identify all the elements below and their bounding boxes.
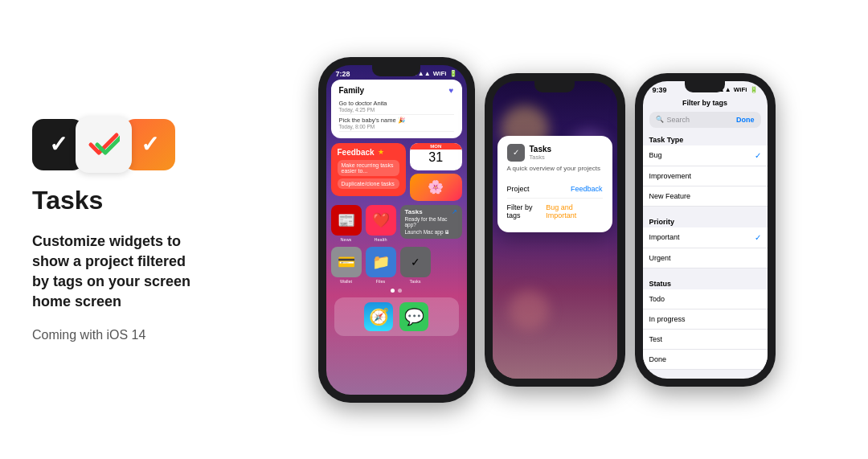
cal-day: 31 — [410, 150, 462, 165]
bug-label: Bug — [649, 151, 662, 159]
phone-3-time: 9:39 — [653, 86, 667, 94]
dot-2 — [398, 289, 402, 293]
new-feature-label: New Feature — [649, 192, 691, 200]
phone-3-screen: 9:39 ▲▲ WiFi 🔋 Filter by tags 🔍 Search D… — [643, 81, 768, 379]
tasks-sw-arrow-icon: ↗ — [452, 208, 457, 215]
family-widget: Family ♥ Go to doctor Anita Today, 4:25 … — [331, 80, 462, 138]
filter-value: Bug and Important — [546, 203, 602, 219]
news-label: News — [341, 237, 352, 242]
done-label: Done — [649, 355, 667, 363]
app-icons-row: ✓ ✓ — [32, 117, 175, 173]
done-button[interactable]: Done — [736, 116, 755, 124]
project-value: Feedback — [571, 185, 603, 193]
test-label: Test — [649, 335, 663, 343]
feedback-widget-header: Feedback ★ — [338, 148, 399, 157]
popup-filter-row: Filter by tags Bug and Important — [507, 199, 603, 224]
wifi-icon: WiFi — [433, 70, 447, 77]
popup-card-header: ✓ Tasks Tasks — [507, 144, 603, 162]
list-item-new-feature[interactable]: New Feature — [643, 186, 768, 207]
tasks-sw-header: Tasks ↗ — [405, 208, 457, 215]
phone-1-time: 7:28 — [336, 70, 350, 78]
filter-label: Filter by tags — [507, 203, 547, 219]
phone-1-screen: 7:28 ▲▲▲ WiFi 🔋 Family ♥ Go to doctor An… — [326, 65, 467, 395]
family-task-2: Pick the baby's name 🎉 Today, 8:00 PM — [339, 115, 454, 132]
health-label: Health — [375, 237, 387, 242]
coming-soon-text: Coming with iOS 14 — [32, 328, 145, 342]
bug-checkmark-icon: ✓ — [755, 151, 761, 160]
phone-1-frame: 7:28 ▲▲▲ WiFi 🔋 Family ♥ Go to doctor An… — [318, 57, 475, 403]
phone-3-frame: 9:39 ▲▲ WiFi 🔋 Filter by tags 🔍 Search D… — [635, 73, 776, 387]
important-label: Important — [649, 233, 680, 241]
popup-project-row: Project Feedback — [507, 180, 603, 199]
p3-wifi-icon: WiFi — [734, 86, 747, 93]
search-bar[interactable]: 🔍 Search Done — [649, 112, 761, 128]
app-description: Customize widgets to show a project filt… — [32, 232, 201, 313]
tasks-bottom-icon: ✓ — [400, 247, 431, 277]
tasks-popup-card: ✓ Tasks Tasks A quick overview of your p… — [497, 136, 612, 232]
inprogress-label: In progress — [649, 315, 686, 323]
files-icon: 📁 — [366, 247, 396, 277]
dock-messages-icon: 💬 — [399, 302, 428, 331]
photos-widget: 🌸 — [410, 174, 462, 201]
page-dots — [331, 289, 462, 293]
project-label: Project — [507, 185, 530, 193]
feedback-item-1: Make recurring tasks easier to... — [338, 160, 399, 176]
popup-card-subtitle: Tasks — [530, 154, 552, 161]
tasks-small-widget: Tasks ↗ Ready for the Mac app? Launch Ma… — [400, 205, 462, 239]
dock-safari-icon: 🧭 — [364, 302, 393, 331]
urgent-label: Urgent — [649, 254, 671, 262]
bottom-icons-row: 💳 Wallet 📁 Files ✓ Tasks — [331, 247, 462, 284]
phone-2-notch — [534, 81, 575, 92]
todo-label: Todo — [649, 295, 665, 303]
dot-1 — [391, 289, 395, 293]
files-label: Files — [376, 279, 386, 284]
tasks-sw-item-1: Ready for the Mac app? — [405, 215, 457, 228]
important-checkmark-icon: ✓ — [755, 233, 761, 242]
section-spacer-1 — [643, 207, 768, 213]
phone-1-notch — [372, 65, 420, 76]
app-title: Tasks — [32, 186, 103, 215]
list-item-urgent[interactable]: Urgent — [643, 248, 768, 268]
improvement-label: Improvement — [649, 172, 692, 180]
feedback-title: Feedback — [338, 148, 375, 157]
task-type-section-header: Task Type — [643, 131, 768, 145]
status-section-header: Status — [643, 275, 768, 289]
phone-3-notch — [685, 81, 725, 92]
filter-tags-title: Filter by tags — [643, 96, 768, 109]
p3-battery-icon: 🔋 — [750, 86, 758, 93]
list-item-todo[interactable]: Todo — [643, 289, 768, 309]
popup-card-title: Tasks — [530, 145, 552, 154]
health-icon: ❤️ — [366, 205, 396, 236]
wallet-icon: 💳 — [331, 247, 362, 277]
list-item-test[interactable]: Test — [643, 330, 768, 350]
app-icon-white — [76, 117, 132, 173]
phones-section: 7:28 ▲▲▲ WiFi 🔋 Family ♥ Go to doctor An… — [225, 0, 868, 459]
search-input[interactable]: Search — [667, 116, 734, 124]
list-item-important[interactable]: Important ✓ — [643, 227, 768, 248]
battery-icon: 🔋 — [449, 70, 457, 77]
family-task-1: Go to doctor Anita Today, 4:25 PM — [339, 98, 454, 115]
calendar-widget: MON 31 — [410, 143, 462, 170]
phone-2-frame: 9:39 ▲▲ WiFi 🔋 ✓ Tasks Tasks A quick ove… — [485, 73, 625, 387]
news-icon: 📰 — [331, 205, 362, 236]
list-item-inprogress[interactable]: In progress — [643, 309, 768, 330]
family-title: Family — [339, 86, 365, 95]
wallet-label: Wallet — [340, 279, 352, 284]
list-item-done[interactable]: Done — [643, 350, 768, 370]
feedback-item-2: Duplicate/clone tasks — [338, 178, 399, 189]
feedback-widget: Feedback ★ Make recurring tasks easier t… — [331, 143, 406, 196]
family-widget-header: Family ♥ — [339, 86, 454, 95]
priority-section-header: Priority — [643, 213, 768, 227]
feedback-star-icon: ★ — [378, 148, 384, 156]
popup-card-desc: A quick overview of your projects — [507, 165, 603, 172]
list-item-bug[interactable]: Bug ✓ — [643, 145, 768, 166]
section-spacer-2 — [643, 268, 768, 275]
tasks-bottom-label: Tasks — [409, 279, 420, 284]
photos-icon: 🌸 — [428, 179, 444, 195]
list-item-improvement[interactable]: Improvement — [643, 166, 768, 186]
blur-circle-3 — [509, 290, 549, 330]
dock: 🧭 💬 — [334, 297, 459, 336]
phone-2-screen: 9:39 ▲▲ WiFi 🔋 ✓ Tasks Tasks A quick ove… — [493, 81, 617, 379]
checkmark-orange-icon: ✓ — [141, 131, 159, 158]
cal-header: MON — [410, 143, 462, 150]
